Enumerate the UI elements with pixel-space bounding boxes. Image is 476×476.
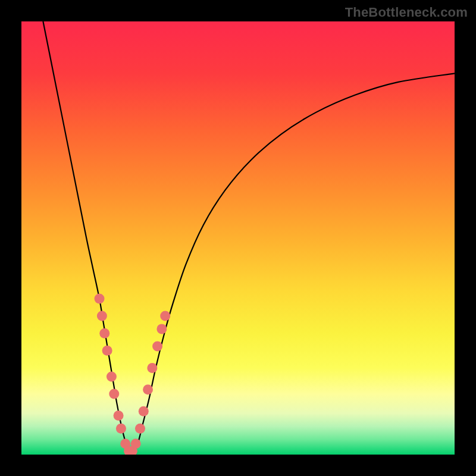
scatter-point <box>102 346 112 356</box>
scatter-point <box>152 342 162 352</box>
figure-frame: TheBottleneck.com <box>0 0 476 476</box>
scatter-point <box>147 363 157 373</box>
scatter-point <box>131 439 141 449</box>
scatter-point <box>97 311 107 321</box>
scatter-point <box>114 411 124 421</box>
scatter-point <box>156 324 167 334</box>
scatter-point <box>95 293 105 303</box>
scatter-point <box>135 424 145 434</box>
scatter-point <box>139 406 149 416</box>
scatter-point <box>107 371 117 381</box>
scatter-point <box>109 389 119 399</box>
scatter-point <box>116 424 126 434</box>
bottleneck-chart <box>0 0 476 476</box>
scatter-point <box>143 384 153 394</box>
scatter-point <box>160 311 170 321</box>
scatter-point <box>99 328 109 339</box>
